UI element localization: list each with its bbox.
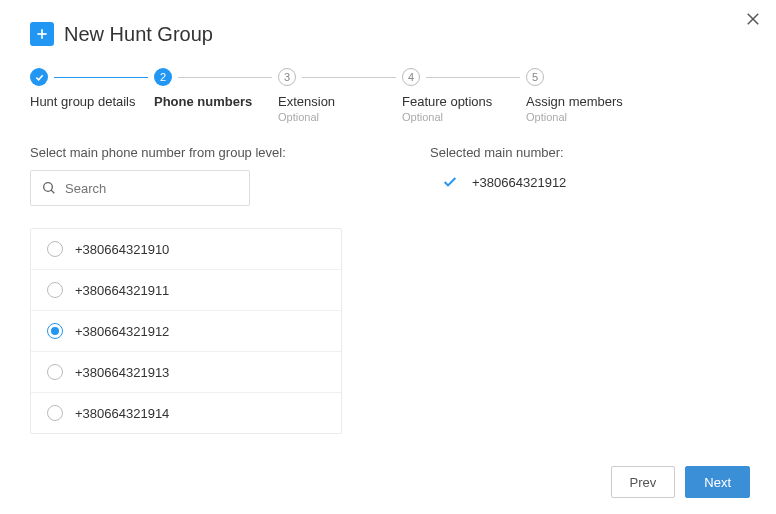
phone-number-option[interactable]: +380664321911: [31, 270, 341, 311]
close-button[interactable]: [744, 10, 762, 32]
phone-number-value: +380664321912: [75, 324, 169, 339]
wizard-stepper: Hunt group details 2 Phone numbers 3 Ext…: [0, 50, 776, 123]
next-button[interactable]: Next: [685, 466, 750, 498]
radio-icon: [47, 405, 63, 421]
step-5-label: Assign members: [526, 94, 636, 109]
phone-number-value: +380664321910: [75, 242, 169, 257]
step-4-label: Feature options: [402, 94, 526, 109]
search-input-wrapper[interactable]: [30, 170, 250, 206]
radio-icon: [47, 323, 63, 339]
step-4-sublabel: Optional: [402, 111, 526, 123]
phone-number-option[interactable]: +380664321914: [31, 393, 341, 433]
step-2-indicator[interactable]: 2: [154, 68, 172, 86]
plus-icon: [30, 22, 54, 46]
search-icon: [41, 180, 57, 196]
check-icon: [442, 174, 458, 190]
check-icon: [34, 72, 45, 83]
selected-number-value: +380664321912: [472, 175, 566, 190]
phone-number-value: +380664321913: [75, 365, 169, 380]
phone-number-option[interactable]: +380664321912: [31, 311, 341, 352]
step-2-label: Phone numbers: [154, 94, 278, 109]
phone-number-value: +380664321914: [75, 406, 169, 421]
step-1-indicator[interactable]: [30, 68, 48, 86]
selected-number-label: Selected main number:: [430, 145, 746, 160]
step-3-label: Extension: [278, 94, 402, 109]
select-number-label: Select main phone number from group leve…: [30, 145, 370, 160]
radio-icon: [47, 282, 63, 298]
svg-point-4: [44, 183, 53, 192]
step-5-sublabel: Optional: [526, 111, 636, 123]
close-icon: [744, 10, 762, 28]
phone-number-list: +380664321910 +380664321911 +38066432191…: [30, 228, 342, 434]
dialog-header: New Hunt Group: [0, 0, 776, 50]
radio-icon: [47, 364, 63, 380]
selected-number-display: +380664321912: [430, 174, 746, 190]
svg-line-5: [51, 190, 54, 193]
step-4-indicator[interactable]: 4: [402, 68, 420, 86]
step-1-label: Hunt group details: [30, 94, 154, 109]
step-3-indicator[interactable]: 3: [278, 68, 296, 86]
search-input[interactable]: [57, 181, 239, 196]
radio-icon: [47, 241, 63, 257]
step-3-sublabel: Optional: [278, 111, 402, 123]
step-5-indicator[interactable]: 5: [526, 68, 544, 86]
phone-number-option[interactable]: +380664321913: [31, 352, 341, 393]
dialog-footer: Prev Next: [611, 466, 750, 498]
dialog-title: New Hunt Group: [64, 23, 213, 46]
phone-number-option[interactable]: +380664321910: [31, 229, 341, 270]
prev-button[interactable]: Prev: [611, 466, 676, 498]
phone-number-value: +380664321911: [75, 283, 169, 298]
